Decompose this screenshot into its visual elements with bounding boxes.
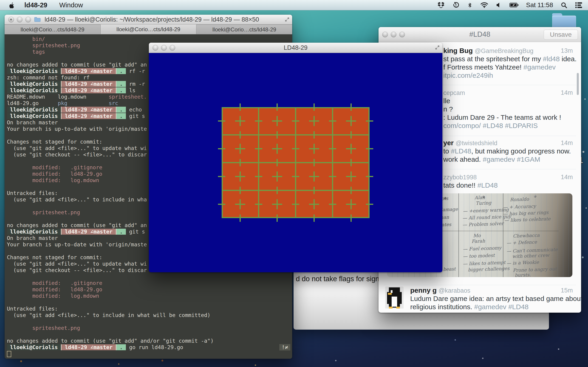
- tweet-handle: cepcam: [443, 90, 465, 96]
- tweet-handle: zzybob1998: [443, 174, 477, 181]
- handwritten-note: Farah: [472, 238, 485, 244]
- handwritten-note: beast: [443, 266, 456, 272]
- close-button[interactable]: [153, 45, 158, 51]
- terminal-line: Untracked files:: [7, 306, 292, 312]
- tweet-text: to #LD48, but making good progress now.: [443, 147, 571, 155]
- proxy-folder-icon: [34, 17, 41, 22]
- zoom-button[interactable]: [25, 17, 31, 23]
- tweet-link[interactable]: #LD48: [451, 147, 471, 155]
- terminal-line: [7, 273, 292, 280]
- spritesheet-grid: [222, 107, 370, 218]
- tweet-link[interactable]: #ld48: [543, 55, 560, 63]
- menu-bar: ld48-29 Window Sat 11:58: [0, 0, 588, 10]
- scrollbar-thumb[interactable]: [577, 73, 579, 95]
- game-titlebar[interactable]: LD48-29: [149, 43, 442, 53]
- minimize-button[interactable]: [17, 17, 23, 23]
- handwritten-note: Turing: [476, 200, 492, 206]
- tweet-link[interactable]: #LD48: [477, 181, 498, 189]
- terminal-cursor: [7, 351, 11, 357]
- game-title: LD48-29: [149, 44, 442, 51]
- tweet-link[interactable]: itpic.com/e249ih: [443, 72, 493, 79]
- volume-icon[interactable]: [496, 2, 501, 8]
- tweet-text: : Ludum Dare 29 - The teams at work !: [443, 114, 561, 121]
- menu-app-name[interactable]: ld48-29: [24, 1, 47, 9]
- tweet-text: itpic.com/e249ih: [443, 72, 493, 79]
- notification-center-icon[interactable]: [575, 2, 582, 8]
- zoom-button[interactable]: [170, 45, 175, 51]
- terminal-titlebar[interactable]: ld48-29 — lloeki@Coriolis: ~/Workspace/p…: [5, 15, 292, 25]
- fullscreen-icon[interactable]: [284, 17, 290, 23]
- terminal-tab-2[interactable]: lloeki@Corio…cts/ld48-29: [101, 25, 197, 34]
- terminal-line: [7, 299, 292, 306]
- tweet-text: religious institutions. #gamedev #LD48: [410, 303, 528, 311]
- tweet-link[interactable]: #LD48 #LDPARIS: [483, 122, 538, 129]
- tweet-timestamp: 14m: [561, 140, 573, 147]
- tweet-link[interactable]: #gamedev #LD48: [474, 303, 528, 311]
- terminal-line: [7, 331, 292, 338]
- twitter-header[interactable]: #LD48 Unsave: [379, 27, 581, 42]
- tweet-text: tats done!! #LD48: [443, 181, 498, 189]
- tweet-text: n ?: [443, 105, 453, 113]
- tweet-link[interactable]: com/compo/: [443, 122, 483, 129]
- apple-menu[interactable]: [9, 2, 15, 8]
- background-window-text: d do not take flags for signe: [296, 275, 383, 283]
- tweet-author: king Bug: [443, 47, 473, 54]
- unsave-button[interactable]: Unsave: [544, 30, 578, 40]
- time-machine-icon[interactable]: [453, 2, 459, 8]
- battery-icon[interactable]: [510, 3, 519, 7]
- terminal-tab-3[interactable]: lloeki@Corio…cts/ld48-29: [196, 25, 292, 34]
- tweet-author: yer: [443, 139, 454, 147]
- tweet-timestamp: 14m: [561, 89, 573, 96]
- tweet-text: lle: [443, 97, 450, 105]
- terminal-line: (use "git add <file>..." to include in w…: [7, 312, 292, 318]
- handwritten-note: Mo: [473, 233, 481, 238]
- handwritten-note: — is a Wookie: [506, 259, 539, 266]
- tweet-handle: @karabaos: [439, 287, 470, 294]
- close-button[interactable]: [8, 17, 14, 23]
- desktop: 1 d do not take flags for signe ld48-29 …: [0, 0, 588, 367]
- tweet-handle: @GameBreakingBug: [475, 48, 534, 54]
- game-canvas[interactable]: [149, 53, 442, 272]
- terminal-title: ld48-29 — lloeki@Coriolis: ~/Workspace/p…: [5, 16, 292, 23]
- terminal-line: modified: ld48-29.go: [7, 286, 292, 293]
- tweet-timestamp: 15m: [561, 287, 573, 294]
- zoom-button[interactable]: [399, 32, 405, 37]
- dropbox-icon[interactable]: [438, 2, 444, 8]
- tweet-link[interactable]: #gamedev #1GAM: [483, 156, 540, 163]
- tweet-header: king Bug @GameBreakingBug: [443, 47, 533, 55]
- terminal-line: no changes added to commit (use "git add…: [7, 338, 292, 344]
- tweet-divider: [384, 285, 576, 285]
- terminal-line: [7, 318, 292, 325]
- handwritten-note: Chewbacca: [513, 232, 540, 239]
- menu-item-window[interactable]: Window: [59, 1, 83, 9]
- tweet-text: Ludum Dare game idea: an artsy text base…: [410, 295, 581, 302]
- terminal-line: spritesheet.png: [7, 325, 292, 331]
- fullscreen-icon[interactable]: [435, 45, 440, 51]
- terminal-line: bin/: [7, 36, 292, 42]
- terminal-line: [7, 350, 292, 357]
- tweet-text: com/compo/ #LD48 #LDPARIS: [443, 122, 538, 130]
- tweet-text: f Fortress meets Yahtzee! #gamedev: [443, 63, 556, 71]
- tweet-link[interactable]: #gamedev: [523, 63, 556, 71]
- spotlight-icon[interactable]: [561, 2, 567, 8]
- handwritten-note: — too modest: [463, 252, 495, 259]
- terminal-line: modified: log.mdown: [7, 293, 292, 299]
- tweet-header: zzybob1998: [443, 173, 477, 181]
- minimize-button[interactable]: [161, 45, 167, 51]
- bluetooth-icon[interactable]: [467, 2, 472, 8]
- tweet-author: penny g: [410, 286, 437, 294]
- terminal-line: modified: .gitignore: [7, 280, 292, 286]
- tweet-handle: @twistedshield: [456, 140, 497, 147]
- tweet-timestamp: 13m: [561, 47, 573, 54]
- minimize-button[interactable]: [391, 32, 397, 37]
- tweet-header: yer @twistedshield: [443, 139, 497, 147]
- terminal-tab-1[interactable]: lloeki@Corio…cts/ld48-29: [5, 25, 101, 34]
- tweet-text: work ahead. #gamedev #1GAM: [443, 156, 540, 163]
- close-button[interactable]: [382, 32, 388, 37]
- penguin-avatar[interactable]: [385, 286, 404, 309]
- wifi-icon[interactable]: [481, 2, 488, 8]
- handwritten-note: bursts.: [515, 272, 531, 277]
- terminal-tab-bar: lloeki@Corio…cts/ld48-29lloeki@Corio…cts…: [5, 25, 292, 34]
- menu-clock[interactable]: Sat 11:58: [526, 1, 553, 9]
- game-window: LD48-29: [149, 43, 442, 272]
